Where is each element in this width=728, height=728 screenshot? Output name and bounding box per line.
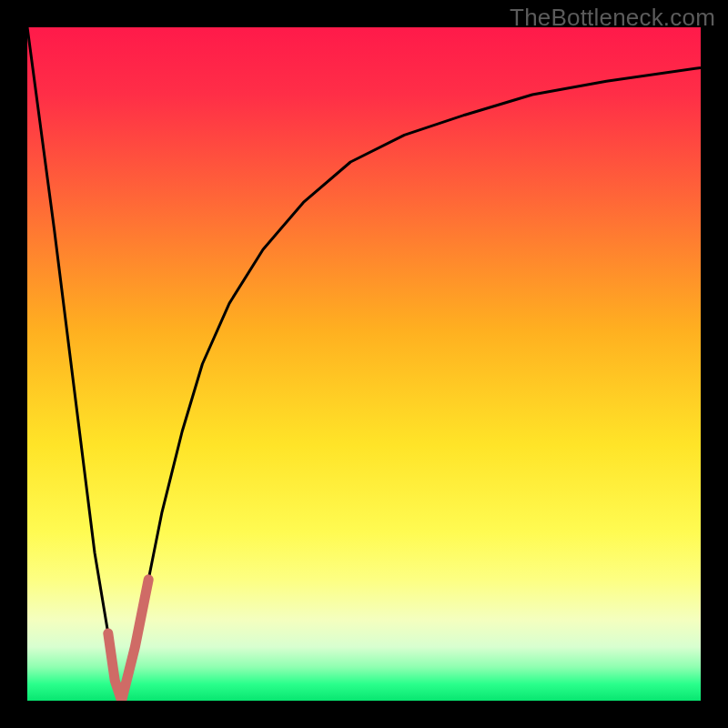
curves-layer bbox=[27, 27, 701, 701]
chart-frame: TheBottleneck.com bbox=[0, 0, 728, 728]
bottleneck-curve bbox=[27, 27, 701, 701]
plot-area bbox=[27, 27, 701, 701]
watermark-text: TheBottleneck.com bbox=[510, 4, 715, 32]
accent-segment bbox=[108, 580, 148, 701]
